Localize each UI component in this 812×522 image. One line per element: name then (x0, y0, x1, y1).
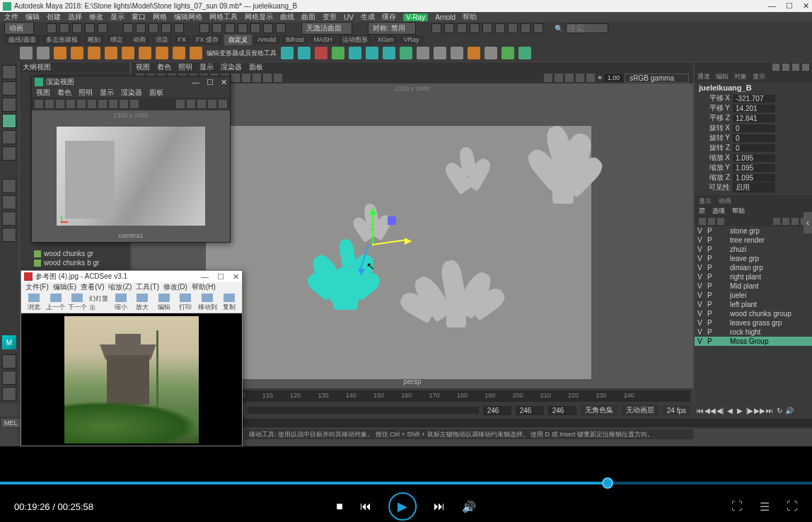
ro-tool[interactable] (773, 218, 780, 225)
prev-button[interactable]: ⏮ (360, 500, 371, 513)
shelf-icon[interactable] (366, 47, 378, 59)
go-start-button[interactable]: ⏮ (696, 406, 704, 414)
vp-btn[interactable] (263, 74, 272, 82)
plant-object[interactable] (443, 147, 499, 204)
shelf-tab-fx[interactable]: FX (174, 35, 191, 44)
menu-window[interactable]: 窗口 (132, 12, 146, 22)
progress-thumb[interactable] (602, 477, 613, 489)
render-icon-6[interactable] (495, 23, 505, 33)
y-axis-cone[interactable] (369, 208, 376, 215)
shelf-tab-mash[interactable]: MASH (310, 35, 337, 44)
playback-toggle[interactable]: P (707, 255, 714, 262)
shelf-tab-curve[interactable]: 曲线/曲面 (4, 35, 40, 45)
shelf-icon[interactable] (71, 47, 83, 59)
ac-print-button[interactable]: 打印 (175, 294, 196, 312)
layer-color-swatch[interactable] (717, 339, 723, 344)
vp-btn[interactable] (565, 74, 574, 82)
menu-surface[interactable]: 曲面 (301, 12, 315, 22)
vp-btn[interactable] (576, 74, 584, 82)
outliner-item[interactable]: wood chunks b gr (20, 258, 129, 267)
menu-uv[interactable]: UV (344, 13, 354, 21)
snap-icon-5[interactable] (250, 23, 260, 33)
loop-button[interactable]: ↻ (775, 406, 784, 414)
rw-btn[interactable] (109, 100, 117, 108)
layer-row[interactable]: VPzhuzi (695, 245, 812, 254)
shelf-icon[interactable] (349, 47, 361, 59)
layer-color-swatch[interactable] (717, 293, 723, 298)
rw-btn[interactable] (66, 100, 75, 108)
acdsee-image-area[interactable] (21, 313, 242, 446)
outliner-item[interactable]: wood chunks gr (20, 249, 129, 258)
render-icon-1[interactable] (431, 23, 441, 33)
vp-btn[interactable] (586, 74, 595, 82)
move-tool[interactable] (2, 114, 16, 128)
playback-toggle[interactable]: P (707, 319, 714, 327)
visibility-toggle[interactable]: V (697, 337, 704, 345)
snap-icon-1[interactable] (199, 23, 209, 33)
misc-tool-1[interactable] (2, 354, 16, 369)
render-image-area[interactable]: 1320 x 1080 camera1 (32, 110, 230, 242)
sel-icon-4[interactable] (161, 23, 171, 33)
layer-row[interactable]: VPleft plant (695, 300, 812, 309)
layer-color-swatch[interactable] (717, 284, 723, 289)
shelf-tab-custom[interactable]: 自定义 (224, 35, 252, 45)
rp-icon[interactable] (802, 64, 809, 71)
channel-value[interactable]: 12.841 (733, 115, 775, 122)
range-slider[interactable] (248, 407, 479, 414)
shelf-icon[interactable] (281, 47, 294, 59)
redo-icon[interactable] (98, 23, 108, 33)
channel-value[interactable]: 1.095 (733, 154, 775, 162)
range-start[interactable]: 246 (483, 406, 511, 415)
snap-icon-2[interactable] (212, 23, 222, 33)
x-axis-cone[interactable] (405, 238, 412, 245)
misc-tool-3[interactable] (2, 387, 16, 401)
ro-tab-anim[interactable]: 动画 (719, 197, 731, 207)
layer-row[interactable]: VPjuelei (695, 291, 812, 300)
sel-icon[interactable] (123, 23, 133, 33)
render-icon-9[interactable] (533, 23, 543, 33)
playback-toggle[interactable]: P (707, 227, 714, 235)
snap-icon-4[interactable] (238, 23, 248, 33)
ac-menu-modify[interactable]: 修改(D) (163, 282, 187, 292)
paint-tool[interactable] (2, 98, 16, 112)
layer-color-swatch[interactable] (717, 311, 723, 317)
rp-tab-display[interactable]: 显示 (753, 72, 765, 82)
shelf-icon[interactable] (173, 47, 185, 59)
shelf-tab-arnold[interactable]: Arnold (253, 35, 280, 44)
ac-slideshow-button[interactable]: 幻灯显示 (89, 294, 110, 312)
shelf-tab-rig[interactable]: 绑定 (106, 35, 127, 45)
channel-value[interactable]: 1.095 (733, 164, 775, 172)
playback-toggle[interactable]: P (707, 264, 714, 272)
rw-btn[interactable] (176, 100, 185, 108)
menu-curve[interactable]: 曲线 (280, 12, 294, 22)
channel-value[interactable]: 启用 (733, 182, 775, 192)
menu-meshdisp[interactable]: 网格显示 (245, 12, 273, 22)
ro-sub-help[interactable]: 帮助 (732, 207, 745, 216)
fullscreen-button[interactable]: ⛶ (787, 500, 798, 514)
vp-menu-panel[interactable]: 面板 (249, 62, 263, 72)
ac-close[interactable]: ✕ (233, 272, 239, 282)
file-open-icon[interactable] (59, 23, 69, 33)
file-new-icon[interactable] (47, 23, 57, 33)
channel-row[interactable]: 旋转 X0 (695, 123, 812, 133)
layer-color-swatch[interactable] (717, 228, 723, 234)
visibility-toggle[interactable]: V (697, 319, 704, 327)
playback-toggle[interactable]: P (707, 301, 714, 308)
maximize-button[interactable]: ☐ (786, 1, 793, 11)
symmetry-combo[interactable]: 对称: 禁用 (368, 22, 416, 35)
shelf-icon[interactable] (298, 47, 311, 59)
layer-row[interactable]: VPright plant (695, 272, 812, 282)
visibility-toggle[interactable]: V (697, 328, 704, 336)
progress-bar[interactable] (0, 482, 812, 485)
render-icon-7[interactable] (508, 23, 518, 33)
rw-btn[interactable] (197, 100, 206, 108)
layer-color-swatch[interactable] (717, 320, 723, 326)
layout-tool-1[interactable] (2, 179, 16, 193)
playback-toggle[interactable]: P (707, 282, 714, 290)
visibility-toggle[interactable]: V (697, 291, 704, 299)
ac-zoomin-button[interactable]: 放大 (132, 294, 153, 312)
render-icon-3[interactable] (457, 23, 467, 33)
channel-row[interactable]: 平移 Y14.201 (695, 103, 812, 113)
channel-row[interactable]: 旋转 Y0 (695, 133, 812, 143)
mel-label[interactable]: MEL (1, 419, 21, 427)
